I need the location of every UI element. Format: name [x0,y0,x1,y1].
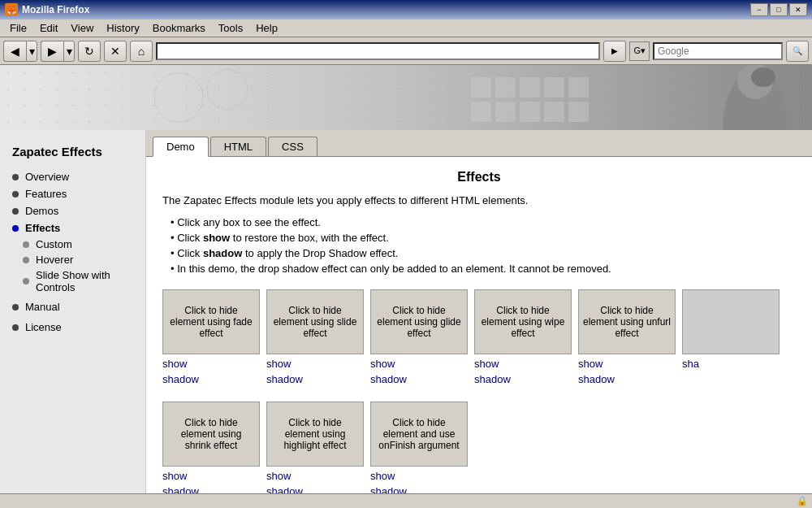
show-link-partial[interactable]: sha [682,358,780,370]
effect-box-onfinish[interactable]: Click to hide element and use onFinish a… [370,402,468,467]
menu-tools[interactable]: Tools [212,20,249,36]
search-engine-label: G▾ [629,41,650,61]
forward-button[interactable]: ▶ [41,41,63,62]
show-link-shrink[interactable]: show [162,470,260,482]
sidebar-item-effects[interactable]: Effects [0,219,145,237]
menu-bookmarks[interactable]: Bookmarks [146,20,212,36]
menu-bar: File Edit View History Bookmarks Tools H… [0,20,812,37]
bullet-item-2: Click show to restore the box, with the … [171,230,796,245]
sidebar-item-demos[interactable]: Demos [0,202,145,219]
overview-label: Overview [25,171,69,183]
effect-col-onfinish: Click to hide element and use onFinish a… [370,402,468,497]
effect-box-fade[interactable]: Click to hide element using fade effect [162,289,260,354]
effect-box-partial[interactable] [682,289,780,354]
menu-view[interactable]: View [64,20,100,36]
effects-label: Effects [25,222,60,234]
sidebar-item-slideshow[interactable]: Slide Show with Controls [0,267,145,295]
effect-box-highlight[interactable]: Click to hide element using highlight ef… [266,402,364,467]
tab-demo[interactable]: Demo [153,137,209,157]
svg-rect-12 [568,102,589,122]
window-title: Mozilla Firefox [22,4,89,15]
menu-edit[interactable]: Edit [33,20,64,36]
svg-rect-4 [495,77,516,98]
sidebar-item-hoverer[interactable]: Hoverer [0,252,145,267]
show-link-highlight[interactable]: show [266,470,364,482]
shadow-link-wipe[interactable]: shadow [474,373,572,385]
menu-help[interactable]: Help [249,20,284,36]
show-link-slide[interactable]: show [266,358,364,370]
title-bar: 🦊 Mozilla Firefox − □ ✕ [0,0,812,20]
effect-col-shrink: Click to hide element using shrink effec… [162,402,260,497]
show-link-glide[interactable]: show [370,358,468,370]
effect-box-shrink[interactable]: Click to hide element using shrink effec… [162,402,260,467]
effect-box-wipe[interactable]: Click to hide element using wipe effect [474,289,572,354]
sidebar: Zapatec Effects Overview Features Demos … [0,130,146,508]
sidebar-item-overview[interactable]: Overview [0,168,145,185]
tab-html[interactable]: HTML [210,137,266,156]
svg-point-15 [751,67,775,87]
address-bar[interactable] [156,42,600,60]
sidebar-item-features[interactable]: Features [0,185,145,202]
shadow-link-slide[interactable]: shadow [266,373,364,385]
show-link-onfinish[interactable]: show [370,470,468,482]
back-forward-group: ◀ ▾ [3,41,37,62]
forward-group: ▶ ▾ [41,41,75,62]
bullet-list: Click any box to see the effect. Click s… [162,215,796,276]
demos-bullet [12,208,19,215]
status-bar: 🔒 [0,493,812,508]
toolbar: ◀ ▾ ▶ ▾ ↻ ✕ ⌂ ▶ G▾ 🔍 [0,37,812,65]
forward-dropdown[interactable]: ▾ [63,41,75,62]
sidebar-section-license: License [0,319,145,336]
effect-box-unfurl[interactable]: Click to hide element using unfurl effec… [578,289,676,354]
search-input[interactable] [653,42,783,60]
show-link-fade[interactable]: show [162,358,260,370]
features-bullet [12,191,19,198]
effect-box-glide[interactable]: Click to hide element using glide effect [370,289,468,354]
stop-button[interactable]: ✕ [104,41,127,62]
close-button[interactable]: ✕ [789,3,807,16]
shadow-link-unfurl[interactable]: shadow [578,373,676,385]
security-icon: 🔒 [796,495,809,508]
bullet-item-3: Click shadow to apply the Drop Shadow ef… [171,245,796,261]
effects-grid-row2: Click to hide element using shrink effec… [162,402,796,497]
svg-point-2 [268,89,300,122]
content-area: Demo HTML CSS Effects The Zapatec Effect… [146,130,812,508]
shadow-link-glide[interactable]: shadow [370,373,468,385]
menu-file[interactable]: File [3,20,33,36]
show-link-unfurl[interactable]: show [578,358,676,370]
sidebar-item-license[interactable]: License [0,319,145,336]
sidebar-section-main: Overview Features Demos Effects Custom H… [0,168,145,295]
menu-history[interactable]: History [100,20,145,36]
go-button[interactable]: ▶ [603,41,626,62]
show-link-wipe[interactable]: show [474,358,572,370]
effect-col-wipe: Click to hide element using wipe effect … [474,289,572,385]
reload-button[interactable]: ↻ [78,41,101,62]
search-button[interactable]: 🔍 [786,41,809,62]
bullet-item-4: In this demo, the drop shadow effect can… [171,261,796,276]
svg-rect-3 [471,77,491,98]
home-button[interactable]: ⌂ [130,41,153,62]
window-controls[interactable]: − □ ✕ [750,3,807,16]
back-dropdown[interactable]: ▾ [26,41,37,62]
sidebar-item-manual[interactable]: Manual [0,298,145,315]
effect-col-fade: Click to hide element using fade effect … [162,289,260,385]
tabs: Demo HTML CSS [146,130,812,157]
tab-css[interactable]: CSS [268,137,317,156]
effect-col-unfurl: Click to hide element using unfurl effec… [578,289,676,385]
back-button[interactable]: ◀ [3,41,26,62]
overview-bullet [12,174,19,180]
effect-col-highlight: Click to hide element using highlight ef… [266,402,364,497]
features-label: Features [25,188,67,200]
shadow-link-fade[interactable]: shadow [162,373,260,385]
header-svg [0,65,812,130]
page-content: Effects The Zapatec Effects module lets … [146,157,812,508]
effect-box-slide[interactable]: Click to hide element using slide effect [266,289,364,354]
sidebar-item-custom[interactable]: Custom [0,237,145,252]
slideshow-label: Slide Show with Controls [36,269,133,293]
intro-text: The Zapatec Effects module lets you appl… [162,194,796,206]
effect-col-slide: Click to hide element using slide effect… [266,289,364,385]
minimize-button[interactable]: − [750,3,768,16]
app-icon: 🦊 [5,3,18,16]
bullet-item-1: Click any box to see the effect. [171,215,796,230]
maximize-button[interactable]: □ [770,3,788,16]
